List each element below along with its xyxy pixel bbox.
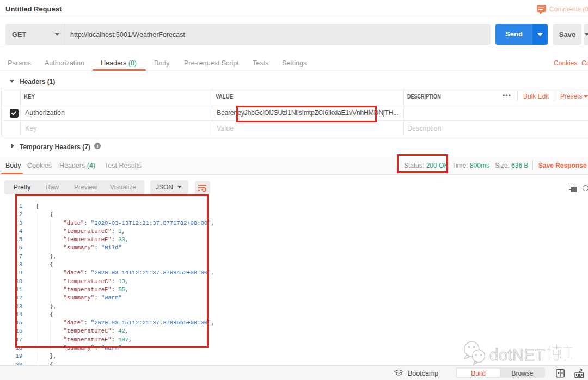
svg-text:dotNET: dotNET [489, 346, 545, 364]
